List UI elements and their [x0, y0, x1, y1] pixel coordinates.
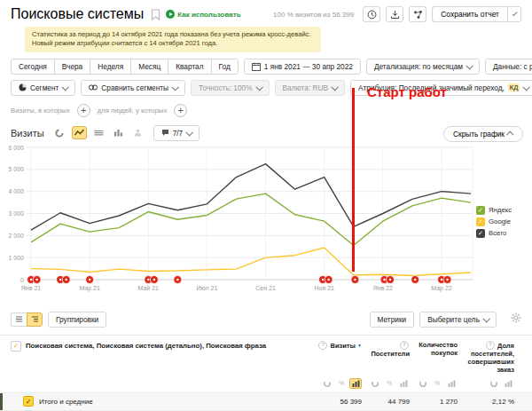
- save-report-dropdown[interactable]: [507, 6, 521, 22]
- pie-display-button[interactable]: [417, 378, 429, 389]
- y-axis-label: 4 000: [8, 188, 24, 194]
- x-axis-label: Сен 21: [255, 285, 276, 291]
- column-header-0[interactable]: ? Визиты ▼: [300, 341, 369, 375]
- compare-segments-label: Сравнить сегменты: [101, 83, 168, 92]
- legend-checkbox: ✓: [476, 217, 485, 226]
- legend-checkbox: ✓: [476, 206, 485, 215]
- x-axis-label: Янв 21: [21, 285, 41, 291]
- metric-cell: 2,12 %: [465, 398, 521, 406]
- add-visits-filter-button[interactable]: +: [77, 104, 90, 117]
- legend-label: Всего: [489, 229, 506, 237]
- metrics-button[interactable]: Метрики: [370, 312, 415, 328]
- data-mode-dropdown[interactable]: Данные: с роботами: [485, 59, 532, 75]
- metric-display-icons-3: [465, 378, 521, 389]
- period-tab-вчера[interactable]: Вчера: [54, 59, 90, 75]
- legend-item-google[interactable]: ✓Google: [476, 217, 512, 226]
- comments-dropdown[interactable]: 7/7: [153, 125, 200, 141]
- column-header-3[interactable]: ? Доля посетителей, совершивших заказ: [465, 341, 521, 375]
- bars-display-button[interactable]: [445, 378, 458, 389]
- percent-display-button[interactable]: %: [335, 378, 348, 389]
- legend-item-яндекс[interactable]: ✓Яндекс: [476, 206, 512, 215]
- period-tab-год[interactable]: Год: [211, 59, 239, 75]
- y-axis-label: 2 000: [8, 232, 24, 238]
- dimension-header-label[interactable]: Поисковая система, Поисковая система (де…: [26, 342, 266, 350]
- metric-help-icon[interactable]: ?: [486, 341, 495, 350]
- filters-row: Визиты, в которых + для людей, у которых…: [0, 104, 532, 117]
- chart-type-line-button[interactable]: [72, 126, 87, 139]
- period-tab-сегодня[interactable]: Сегодня: [11, 59, 54, 75]
- column-header-1[interactable]: ? Посетители: [369, 341, 417, 375]
- date-range-label: 1 янв 2021 — 30 апр 2022: [264, 62, 353, 71]
- tree-view-button[interactable]: [27, 312, 43, 327]
- legend-label: Яндекс: [489, 206, 512, 214]
- compare-segments-button[interactable]: Сравнить сегменты: [81, 80, 185, 96]
- hide-chart-button[interactable]: Скрыть график: [443, 126, 523, 142]
- how-to-use-link[interactable]: Как использовать: [166, 10, 240, 19]
- metric-display-icons-1: %: [369, 378, 417, 389]
- chart-type-stacked-button[interactable]: [91, 126, 106, 139]
- report-header: Поисковые системы Как использовать 100 %…: [0, 0, 532, 22]
- bar-chart-icon: [505, 380, 512, 387]
- metrica-report-page: Поисковые системы Как использовать 100 %…: [0, 0, 532, 411]
- export-button[interactable]: [386, 6, 403, 22]
- visits-line-chart[interactable]: 01 0002 0003 0004 0005 0006 000Янв 21Мар…: [0, 142, 532, 300]
- how-to-use-label: Как использовать: [177, 11, 240, 19]
- percent-display-button[interactable]: %: [383, 378, 395, 389]
- table-settings-button[interactable]: [511, 312, 521, 326]
- bars-display-button[interactable]: [349, 378, 362, 389]
- flat-list-view-button[interactable]: [11, 312, 27, 327]
- segment-button[interactable]: Сегмент: [11, 80, 75, 96]
- bookmark-icon[interactable]: [151, 9, 160, 20]
- visits-share-label: 100 % визитов из 56 399: [273, 11, 354, 19]
- metric-display-icons-0: %: [300, 378, 369, 389]
- comments-counter: 7/7: [173, 129, 184, 138]
- x-axis-label: Мар 21: [79, 285, 100, 292]
- x-axis-label: Ноя 21: [314, 285, 334, 291]
- accuracy-dropdown[interactable]: Точность: 100%: [191, 80, 269, 96]
- history-button[interactable]: [363, 6, 380, 22]
- metric-value: 1 270: [417, 398, 458, 406]
- currency-dropdown[interactable]: Валюта: RUB: [275, 80, 345, 96]
- pie-display-button[interactable]: [369, 378, 381, 389]
- metric-help-icon[interactable]: ?: [400, 341, 409, 350]
- chart-type-columns-button[interactable]: [111, 126, 126, 139]
- page-title: Поисковые системы: [11, 6, 144, 22]
- chart-type-pie-button[interactable]: [52, 126, 67, 139]
- bars-display-button[interactable]: [397, 378, 410, 389]
- metric-help-icon[interactable]: ?: [318, 341, 327, 350]
- groupings-button[interactable]: Группировки: [48, 312, 106, 328]
- chart-type-audience-button[interactable]: [130, 126, 145, 139]
- detail-dropdown[interactable]: Детализация: по месяцам: [366, 59, 480, 75]
- share-button[interactable]: [409, 6, 426, 22]
- comment-marker-dot: [383, 278, 385, 280]
- table-row-итого-и-средние[interactable]: ✓Итого и средние56 39944 7991 2702,12 %: [0, 392, 532, 410]
- period-tab-месяц[interactable]: Месяц: [130, 59, 168, 75]
- period-tab-неделя[interactable]: Неделя: [90, 59, 130, 75]
- segment-pie-icon: [19, 83, 27, 91]
- date-range-button[interactable]: 1 янв 2021 — 30 апр 2022: [244, 59, 361, 75]
- bars-display-button[interactable]: [502, 378, 514, 389]
- period-tab-квартал[interactable]: Квартал: [168, 59, 210, 75]
- percent-display-button[interactable]: %: [431, 378, 443, 389]
- column-header-2[interactable]: Количество покупок: [417, 341, 465, 375]
- comment-marker-dot: [89, 278, 90, 280]
- donut-chart-icon: [55, 129, 64, 138]
- chart-metric-label: Визиты: [11, 128, 44, 138]
- series-line-google: [31, 247, 471, 275]
- row-checkbox[interactable]: ✓: [23, 396, 34, 407]
- legend-label: Google: [489, 217, 511, 225]
- pie-display-button[interactable]: [321, 378, 333, 389]
- pie-display-button[interactable]: [488, 378, 500, 389]
- chevron-down-icon: [482, 315, 489, 322]
- select-all-checkbox[interactable]: ✓: [11, 341, 21, 352]
- download-icon: [390, 10, 400, 20]
- add-people-filter-button[interactable]: +: [174, 104, 187, 117]
- metric-cell: 56 399: [300, 398, 369, 406]
- row-label[interactable]: Итого и средние: [39, 398, 300, 406]
- save-report-button[interactable]: Сохранить отчет: [432, 6, 507, 22]
- table-body: ✓Итого и средние56 39944 7991 2702,12 %+…: [0, 392, 532, 411]
- legend-item-всего[interactable]: ✓Всего: [476, 229, 512, 238]
- bar-chart-icon: [352, 380, 360, 387]
- goal-select-dropdown[interactable]: Выберите цель: [419, 312, 497, 328]
- goal-select-label: Выберите цель: [427, 315, 480, 324]
